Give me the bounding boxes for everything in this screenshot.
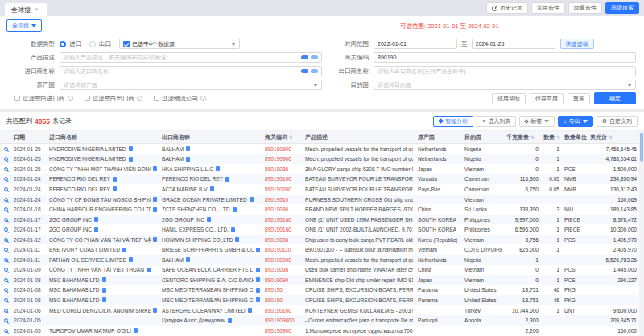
row-search-icon[interactable] (4, 177, 8, 181)
sort-icon[interactable]: ⇅ (609, 134, 613, 140)
import-radio[interactable] (60, 41, 66, 47)
filter-blank-exporter-checkbox[interactable]: 过滤空白出口商 (85, 95, 143, 103)
filter-blank-importer-checkbox[interactable]: 过滤空白进口商 (14, 95, 73, 103)
table-row[interactable]: 2024-01-25HYDRODIVE NIGERIA LIMITEDBALHA… (0, 154, 644, 165)
row-search-icon[interactable] (4, 218, 8, 222)
company-profile-icon[interactable] (129, 157, 133, 162)
row-search-icon[interactable] (4, 278, 8, 282)
company-profile-icon[interactable] (233, 207, 237, 212)
importer-cell[interactable]: HYDRODIVE NIGERIA LIMITED (47, 154, 159, 165)
exporter-cell[interactable]: BRIESE SCHIFFFAHRTS GMBH & CO (159, 244, 262, 255)
smart-analysis-button[interactable]: 智能分析 (433, 116, 473, 127)
importer-cell[interactable]: MSC BAHAMAS LTD (47, 285, 159, 296)
table-row[interactable]: 2024-01-09CÔNG TY TNHH VẬN TẢI VIỆT THUẬ… (0, 265, 644, 276)
common-conditions-button[interactable]: 常用条件 (531, 2, 565, 14)
company-profile-icon[interactable] (129, 146, 133, 151)
importer-cell[interactable]: PERENCO RIO DEL REY (47, 174, 159, 185)
table-row[interactable]: 2024-01-18CHINA HARBOUR ENGINEERING CO L… (0, 204, 644, 215)
row-search-icon[interactable] (4, 309, 8, 313)
dest-country-select[interactable]: 请选择目的国 (374, 80, 636, 90)
scrollbar-thumb[interactable] (640, 133, 643, 162)
exporter-cell[interactable]: Цатурян Ашот Давидович (159, 315, 262, 326)
confirm-button[interactable]: 确定 (594, 92, 636, 104)
company-profile-icon[interactable] (256, 277, 260, 282)
enter-list-button[interactable]: 进入列表 (477, 116, 516, 127)
sort-icon[interactable]: ⇅ (556, 134, 560, 140)
exporter-cell[interactable]: BALHAM (159, 154, 262, 165)
column-header-usd-value[interactable]: 美元价⇅ (588, 131, 639, 143)
table-row[interactable]: 2024-01-11FATHAN OIL SERVICE LIMITEDBALH… (0, 255, 644, 265)
table-row[interactable]: 2024-01-24PERENCO RIO DEL REYPERENCO RIO… (0, 174, 644, 185)
company-profile-icon[interactable] (113, 177, 117, 182)
exporter-cell[interactable]: PERENCO RIO DEL REY (159, 174, 262, 185)
export-radio[interactable] (89, 41, 96, 47)
company-profile-icon[interactable] (186, 257, 190, 262)
exporter-cell[interactable]: BALHAM (159, 255, 262, 265)
table-row[interactable]: 2024-01-08MSC BAHAMAS LTDMSC MEDITERRANE… (0, 285, 644, 296)
exporter-cell[interactable]: 2GO GROUP INC (159, 215, 262, 225)
company-profile-icon[interactable] (256, 297, 260, 302)
exporter-cell[interactable]: HANIL EXPRESS CO., LTD. (159, 224, 262, 235)
company-profile-icon[interactable] (102, 277, 106, 282)
table-row[interactable]: 2024-01-06MED ÇORLU DENİZCİLİK ANONİM Şİ… (0, 305, 644, 316)
exporter-cell[interactable]: SAFE OCEAN BULK CARRIER PTE LTD (159, 265, 262, 276)
company-profile-icon[interactable] (228, 318, 232, 323)
company-profile-icon[interactable] (153, 166, 157, 171)
table-row[interactable]: 2024-01-12CÔNG TY CỔ PHẦN VẬN TẢI VÀ TIẾ… (0, 235, 644, 245)
company-profile-icon[interactable] (256, 268, 260, 272)
column-header-hs-code[interactable]: 海关编码⇅ (262, 131, 303, 143)
row-search-icon[interactable] (4, 227, 8, 232)
company-profile-icon[interactable] (153, 197, 157, 202)
custom-columns-button[interactable]: 自定义列 (597, 116, 638, 127)
import-radio-label[interactable]: 进口 (69, 40, 81, 48)
origin-country-select[interactable]: 请选择原产国 (60, 80, 322, 90)
importer-cell[interactable]: TUROPOV UMAR MA'MUR O'G'LI (47, 326, 159, 336)
advanced-search-button[interactable]: 高级搜索 (605, 2, 639, 14)
company-profile-icon[interactable] (216, 166, 220, 171)
close-icon[interactable] (35, 6, 41, 13)
company-profile-icon[interactable] (186, 157, 190, 162)
exporter-cell[interactable]: HKA SHIPPING L.L.C (159, 164, 262, 174)
sort-icon[interactable]: ⇅ (289, 134, 293, 140)
exporter-cell[interactable]: ASTERGHE OCEANWAY LIMITED (159, 305, 262, 316)
exporter-cell[interactable]: GRACE OCEAN PRIVATE LIMITED (159, 195, 262, 205)
company-profile-icon[interactable] (153, 308, 157, 313)
fuzzy-toggle-icon[interactable] (311, 55, 318, 59)
hs-code-input[interactable]: 890190 (374, 52, 636, 63)
table-row[interactable]: 2024-01-172GO GROUP INCHANIL EXPRESS CO.… (0, 224, 644, 235)
filter-logistics-checkbox[interactable]: 过滤物流公司 (154, 95, 206, 103)
importer-cell[interactable]: CÔNG TY CỔ PHẦN VẬN TẢI VÀ TIẾP VẬN P (47, 235, 159, 245)
importer-cell[interactable]: 2GO GROUP INC (47, 224, 159, 235)
product-desc-input[interactable]: 请输入产品描述，多关键词布尔与/或检索 (60, 52, 322, 63)
table-row[interactable]: 2024-01-24PERENCO RIO DEL REYACTA MARINE… (0, 184, 644, 195)
boolean-toggle-icon[interactable] (301, 69, 308, 73)
company-profile-icon[interactable] (102, 288, 106, 293)
row-search-icon[interactable] (4, 198, 8, 202)
table-row[interactable]: 2024-01-08MSC BAHAMAS LTDMSC MEDITERRANE… (0, 295, 644, 305)
table-row[interactable]: 2024-01-25HYDRODIVE NIGERIA LIMITEDBALHA… (0, 144, 644, 154)
importer-cell[interactable]: FATHAN OIL SERVICE LIMITED (47, 255, 159, 265)
save-common-button[interactable]: 保存常用 (530, 93, 564, 104)
company-profile-icon[interactable] (256, 288, 260, 293)
tags-dropdown-button[interactable]: 标签 (519, 116, 555, 127)
importer-cell[interactable]: MSC BAHAMAS LTD (47, 295, 159, 305)
exporter-cell[interactable]: MSC MEDITERRANEAN SHIPPING CO., SA (159, 285, 262, 296)
exporter-input[interactable]: 请输入出口商名称(支持产品全称等) (374, 66, 636, 76)
company-profile-icon[interactable] (153, 237, 157, 242)
row-search-icon[interactable] (4, 167, 8, 171)
column-header-weight[interactable]: 千克重量⇅ (504, 131, 541, 143)
company-profile-icon[interactable] (210, 186, 214, 191)
company-profile-icon[interactable] (186, 146, 190, 151)
company-profile-icon[interactable] (94, 217, 98, 222)
table-row[interactable]: 2024-01-24CÔNG TY CP ĐÓNG TÀU NOSCO SHIP… (0, 195, 644, 205)
row-search-icon[interactable] (4, 157, 8, 161)
export-radio-label[interactable]: 出口 (99, 40, 111, 48)
exporter-cell[interactable]: CENTORO SHIPPING S.A. C/O DAICHI CHU (159, 275, 262, 285)
company-profile-icon[interactable] (147, 268, 151, 272)
importer-cell[interactable]: HYDRODIVE NIGERIA LIMITED (47, 144, 159, 154)
row-search-icon[interactable] (4, 147, 8, 151)
table-row[interactable]: 2024-01-11ENE IVORY COAST LIMITEDBRIESE … (0, 244, 644, 255)
importer-cell[interactable]: MED ÇORLU DENİZCİLİK ANONİM ŞİRKETİ (47, 305, 159, 316)
row-search-icon[interactable] (4, 248, 8, 252)
company-profile-icon[interactable] (248, 308, 252, 313)
